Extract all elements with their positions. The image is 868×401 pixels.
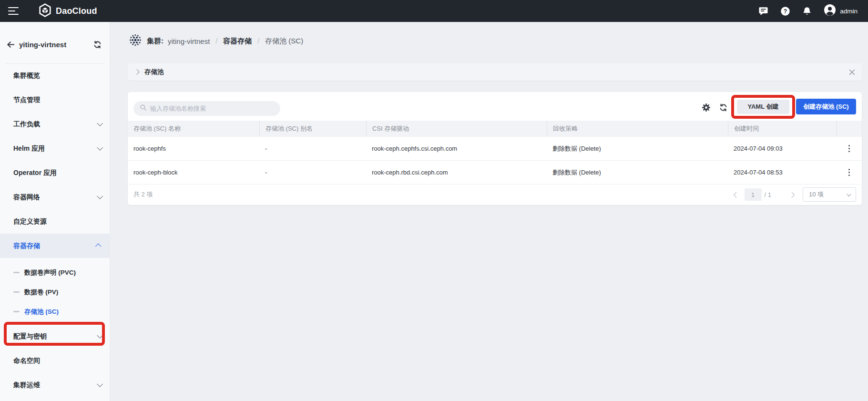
sc-csi-driver: rook-ceph.rbd.csi.ceph.com xyxy=(366,161,547,184)
breadcrumb-current: 存储池 (SC) xyxy=(265,37,303,46)
search-icon xyxy=(140,104,147,113)
chevron-down-icon xyxy=(97,381,103,387)
table-row: rook-cephfs - rook-ceph.cephfs.csi.ceph.… xyxy=(128,137,862,161)
banner-title: 存储池 xyxy=(144,68,164,76)
cluster-dots-icon xyxy=(128,33,143,49)
sidebar-item-namespaces[interactable]: 命名空间 xyxy=(0,349,110,373)
sc-name: rook-cephfs xyxy=(128,137,259,160)
topbar: DaoCloud ? admin xyxy=(0,0,868,22)
breadcrumb-separator: / xyxy=(214,37,219,45)
container-storage-submenu: 数据卷声明 (PVC) 数据卷 (PV) 存储池 (SC) xyxy=(0,258,110,324)
breadcrumb-separator: / xyxy=(256,37,261,45)
hamburger-icon[interactable] xyxy=(8,7,20,15)
sidebar-item-helm-apps[interactable]: Helm 应用 xyxy=(0,136,110,161)
column-header-created-at: 创建时间 xyxy=(728,121,837,137)
table-row: rook-ceph-block - rook-ceph.rbd.csi.ceph… xyxy=(128,161,862,185)
topbar-right: ? admin xyxy=(758,4,868,18)
user-avatar xyxy=(824,4,836,18)
back-arrow-icon[interactable] xyxy=(6,40,15,51)
sc-created-at: 2024-07-04 08:53 xyxy=(728,161,837,184)
brand: DaoCloud xyxy=(39,3,97,19)
toolbar: YAML 创建 创建存储池 (SC) xyxy=(128,92,862,121)
sidebar-item-storage-pool-sc[interactable]: 存储池 (SC) xyxy=(0,302,110,321)
close-icon[interactable] xyxy=(849,69,855,77)
brand-name: DaoCloud xyxy=(56,6,97,16)
bell-icon[interactable] xyxy=(802,6,812,16)
dash-icon xyxy=(13,272,20,273)
chevron-up-icon xyxy=(95,244,102,250)
prev-page-icon[interactable] xyxy=(731,189,739,200)
sidebar-item-pv[interactable]: 数据卷 (PV) xyxy=(0,282,110,302)
column-header-alias: 存储池 (SC) 别名 xyxy=(259,121,366,137)
sc-reclaim-policy: 删除数据 (Delete) xyxy=(547,161,728,184)
column-header-name: 存储池 (SC) 名称 xyxy=(128,121,259,137)
sidebar-item-operator-apps[interactable]: Operator 应用 xyxy=(0,161,110,185)
total-count: 共 2 项 xyxy=(133,190,153,199)
chevron-down-icon xyxy=(97,120,103,126)
breadcrumb-section[interactable]: 容器存储 xyxy=(223,37,252,46)
user-menu[interactable]: admin xyxy=(824,4,858,18)
search-input[interactable] xyxy=(150,105,269,112)
dash-icon xyxy=(13,311,20,312)
sidebar-item-container-storage[interactable]: 容器存储 xyxy=(0,234,110,258)
sc-name: rook-ceph-block xyxy=(128,161,259,184)
sidebar-item-config-secrets[interactable]: 配置与密钥 xyxy=(0,324,110,349)
column-header-reclaim-policy: 回收策略 xyxy=(547,121,728,137)
sc-csi-driver: rook-ceph.cephfs.csi.ceph.com xyxy=(366,137,547,160)
sidebar-item-cluster-overview[interactable]: 集群概览 xyxy=(0,63,110,88)
refresh-icon[interactable] xyxy=(718,103,728,112)
search-box xyxy=(133,101,280,116)
sidebar: yiting-virtnest 集群概览 节点管理 工作负载 Helm 应用 O… xyxy=(0,22,110,401)
sc-alias: - xyxy=(259,161,366,184)
kebab-menu-icon[interactable] xyxy=(847,143,852,154)
storage-class-card: YAML 创建 创建存储池 (SC) 存储池 (SC) 名称 存储池 (SC) … xyxy=(128,92,862,205)
sidebar-item-workloads[interactable]: 工作负载 xyxy=(0,112,110,136)
sc-created-at: 2024-07-04 09:03 xyxy=(728,137,837,160)
sidebar-item-node-management[interactable]: 节点管理 xyxy=(0,88,110,112)
yaml-create-button[interactable]: YAML 创建 xyxy=(737,100,789,114)
sidebar-item-custom-resources[interactable]: 自定义资源 xyxy=(0,209,110,234)
chevron-right-icon xyxy=(134,69,139,74)
sidebar-item-pvc[interactable]: 数据卷声明 (PVC) xyxy=(0,263,110,282)
chat-icon[interactable] xyxy=(758,6,768,16)
daocloud-logo xyxy=(39,3,51,19)
help-icon[interactable]: ? xyxy=(780,6,790,16)
sidebar-header: yiting-virtnest xyxy=(0,22,110,63)
column-header-actions xyxy=(837,121,862,137)
pagination: 1 / 1 10 项 xyxy=(731,187,856,202)
chevron-down-icon xyxy=(97,193,103,199)
username: admin xyxy=(840,8,858,15)
breadcrumb: 集群: yiting-virtnest / 容器存储 / 存储池 (SC) xyxy=(128,31,303,51)
page-size-value: 10 项 xyxy=(809,190,824,199)
cluster-name: yiting-virtnest xyxy=(19,41,66,49)
column-header-csi-driver: CSI 存储驱动 xyxy=(366,121,547,137)
chevron-down-icon xyxy=(97,332,103,339)
next-page-icon[interactable] xyxy=(789,189,797,200)
chevron-down-icon xyxy=(847,192,851,196)
page: DaoCloud ? admin yitin xyxy=(0,0,868,401)
sidebar-item-container-network[interactable]: 容器网络 xyxy=(0,185,110,209)
main-content: 集群: yiting-virtnest / 容器存储 / 存储池 (SC) 存储… xyxy=(110,22,868,401)
total-pages: / 1 xyxy=(765,191,771,198)
svg-text:?: ? xyxy=(784,8,787,14)
table-footer: 共 2 项 1 / 1 10 项 xyxy=(128,185,862,205)
chevron-down-icon xyxy=(97,144,103,151)
breadcrumb-prefix: 集群: xyxy=(147,37,163,46)
storage-pool-banner[interactable]: 存储池 xyxy=(128,63,862,81)
gear-icon[interactable] xyxy=(701,103,711,112)
create-storage-class-button[interactable]: 创建存储池 (SC) xyxy=(796,99,856,114)
sc-reclaim-policy: 删除数据 (Delete) xyxy=(547,137,728,160)
page-size-select[interactable]: 10 项 xyxy=(803,187,856,202)
table-header: 存储池 (SC) 名称 存储池 (SC) 别名 CSI 存储驱动 回收策略 创建… xyxy=(128,121,862,137)
kebab-menu-icon[interactable] xyxy=(847,167,852,178)
dash-icon xyxy=(13,291,20,293)
sidebar-item-cluster-ops[interactable]: 集群运维 xyxy=(0,373,110,397)
sidebar-nav: 集群概览 节点管理 工作负载 Helm 应用 Operator 应用 容器网络 … xyxy=(0,63,110,397)
breadcrumb-cluster[interactable]: yiting-virtnest xyxy=(168,37,210,45)
cluster-refresh-icon[interactable] xyxy=(93,40,102,51)
sc-alias: - xyxy=(259,137,366,160)
current-page-box[interactable]: 1 xyxy=(745,188,762,201)
